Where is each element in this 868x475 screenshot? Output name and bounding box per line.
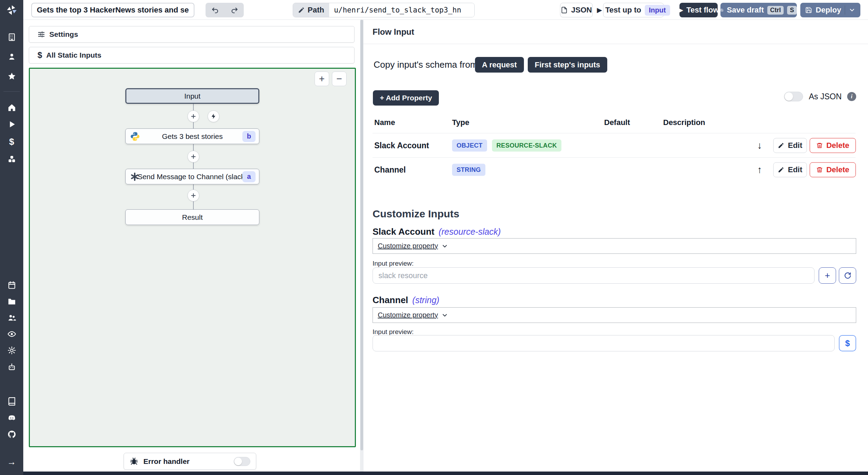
move-down-button[interactable]: ↓	[757, 140, 762, 151]
undo-button[interactable]	[206, 3, 225, 17]
customize-property-box[interactable]: Customize property	[373, 307, 856, 323]
sidebar-item-workspace[interactable]	[0, 30, 23, 45]
insert-step-button[interactable]	[187, 190, 199, 201]
test-up-to-button[interactable]: ▶ Test up to Input	[603, 3, 664, 17]
flow-editor-panel: Settings $ All Static Inputs + − Input G…	[23, 20, 360, 472]
node-result[interactable]: Result	[125, 209, 259, 225]
sidebar: $ →	[0, 0, 23, 475]
add-resource-button[interactable]: +	[819, 267, 836, 284]
as-json-label: As JSON	[809, 92, 842, 101]
sidebar-item-resources[interactable]	[0, 151, 23, 167]
path-input[interactable]	[329, 3, 474, 17]
path-chip[interactable]: Path	[293, 3, 329, 17]
copy-from-first-step-button[interactable]: First step's inputs	[528, 57, 607, 73]
error-handler-toggle[interactable]	[234, 457, 250, 466]
cubes-icon	[7, 155, 16, 164]
test-up-to-label: Test up to	[605, 6, 641, 15]
insert-variable-button[interactable]: $	[839, 335, 856, 351]
type-badge-resource-slack: RESOURCE-SLACK	[492, 139, 561, 151]
edit-label: Edit	[788, 165, 802, 174]
customize-property-box[interactable]: Customize property	[373, 238, 856, 254]
play-icon: ▶	[678, 7, 683, 13]
all-static-inputs-bar[interactable]: $ All Static Inputs	[29, 47, 354, 64]
insert-step-button[interactable]	[187, 110, 199, 122]
sidebar-item-audit-logs[interactable]	[0, 326, 23, 342]
sidebar-item-schedules[interactable]	[0, 277, 23, 293]
add-trigger-button[interactable]	[208, 110, 219, 122]
topbar: Path JSON ▶ Test up to Input ▶ Test flow…	[23, 0, 868, 20]
zoom-in-button[interactable]: +	[315, 72, 329, 86]
sidebar-item-favorites[interactable]	[0, 69, 23, 84]
copy-from-request-button[interactable]: A request	[475, 57, 524, 73]
path-control: Path	[293, 3, 475, 17]
book-icon	[7, 397, 16, 406]
property-types: OBJECT RESOURCE-SLACK	[452, 139, 561, 151]
as-json-toggle[interactable]	[784, 92, 803, 101]
edit-property-button[interactable]: Edit	[773, 162, 807, 177]
refresh-resources-button[interactable]	[839, 267, 856, 284]
column-header-name: Name	[374, 118, 395, 127]
redo-icon	[230, 6, 239, 14]
node-step-a[interactable]: Send Message to Channel (slack) a	[125, 169, 259, 184]
customize-property-link[interactable]: Customize property	[378, 311, 438, 319]
panel-resize-divider[interactable]	[360, 20, 364, 472]
section-type-annotation: (string)	[412, 295, 440, 305]
divider-scrollbar-thumb[interactable]	[360, 20, 363, 450]
info-icon[interactable]: i	[847, 92, 856, 101]
insert-step-button[interactable]	[187, 151, 199, 162]
sidebar-expand-button[interactable]: →	[0, 454, 23, 469]
node-step-b-id-badge: b	[242, 131, 256, 142]
sidebar-item-runs[interactable]	[0, 117, 23, 132]
customize-property-link[interactable]: Customize property	[378, 242, 438, 250]
sidebar-item-home[interactable]	[0, 100, 23, 115]
redo-button[interactable]	[225, 3, 244, 17]
sidebar-item-settings[interactable]	[0, 343, 23, 358]
flow-input-title: Flow Input	[373, 27, 414, 37]
windmill-logo[interactable]	[0, 0, 23, 20]
copy-from-request-label: A request	[482, 60, 517, 69]
channel-preview-input[interactable]	[373, 335, 835, 351]
plus-icon	[190, 113, 197, 119]
settings-bar[interactable]: Settings	[29, 26, 354, 43]
trash-icon	[816, 142, 823, 149]
deploy-label: Deploy	[816, 6, 841, 15]
node-input[interactable]: Input	[125, 88, 259, 104]
user-icon	[7, 52, 16, 61]
delete-property-button[interactable]: Delete	[810, 138, 856, 153]
property-row-channel: Channel STRING ↑ Edit Delete	[373, 157, 856, 182]
sidebar-item-discord[interactable]	[0, 410, 23, 426]
test-flow-button[interactable]: ▶ Test flow	[679, 3, 718, 17]
sidebar-item-user[interactable]	[0, 49, 23, 64]
flow-title-input[interactable]	[31, 3, 194, 17]
building-icon	[7, 33, 16, 42]
save-icon	[805, 7, 812, 14]
file-icon	[561, 7, 568, 14]
slack-account-preview-input[interactable]	[373, 267, 815, 284]
json-button[interactable]: JSON	[560, 3, 593, 17]
deploy-button[interactable]: Deploy	[800, 3, 860, 17]
error-handler-node[interactable]: Error handler	[124, 453, 256, 470]
edit-property-button[interactable]: Edit	[773, 138, 807, 153]
sidebar-item-groups[interactable]	[0, 310, 23, 325]
delete-property-button[interactable]: Delete	[810, 162, 856, 177]
flow-graph[interactable]: + − Input Gets 3 best stories b	[29, 68, 356, 447]
dollar-icon: $	[845, 339, 850, 348]
sidebar-item-docs[interactable]	[0, 394, 23, 409]
sidebar-item-workers[interactable]	[0, 359, 23, 375]
section-type-annotation: (resource-slack)	[439, 227, 501, 237]
move-up-button[interactable]: ↑	[757, 164, 762, 175]
robot-icon	[7, 362, 16, 372]
node-step-b[interactable]: Gets 3 best stories b	[125, 128, 259, 144]
pencil-icon	[778, 142, 784, 149]
sidebar-item-variables[interactable]: $	[0, 134, 23, 149]
add-property-button[interactable]: + Add Property	[373, 90, 439, 106]
sidebar-item-github[interactable]	[0, 427, 23, 442]
play-icon	[7, 120, 16, 129]
chevron-down-icon[interactable]	[849, 7, 856, 14]
lightning-icon	[210, 113, 217, 119]
delete-label: Delete	[826, 165, 849, 174]
bottom-drawer-edge[interactable]	[0, 472, 868, 475]
sidebar-item-folders[interactable]	[0, 294, 23, 309]
save-draft-button[interactable]: Save draft Ctrl S	[720, 3, 797, 17]
zoom-out-button[interactable]: −	[332, 72, 347, 86]
